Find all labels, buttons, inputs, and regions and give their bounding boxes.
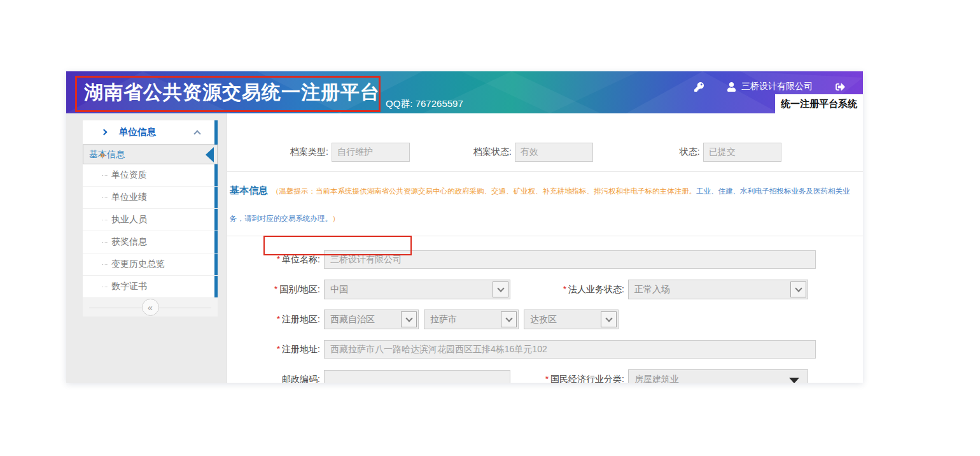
sidebar-group-unit-info[interactable]: 单位信息 xyxy=(83,120,218,145)
country-label: 国别/地区: xyxy=(279,284,320,294)
chevron-right-icon xyxy=(101,129,108,136)
selected-marker-icon xyxy=(206,147,214,162)
sidebar-item-awards[interactable]: 获奖信息 xyxy=(83,231,218,253)
tree-guide xyxy=(102,220,108,220)
reg-region-district-select[interactable]: 达孜区 xyxy=(524,310,619,329)
country-select[interactable]: 中国 xyxy=(324,280,510,299)
tree-guide xyxy=(102,287,108,287)
province-value: 西藏自治区 xyxy=(330,314,375,325)
sidebar-item-digital-certificate[interactable]: 数字证书 xyxy=(83,276,218,298)
reg-address-field[interactable] xyxy=(324,340,816,359)
chevron-down-icon xyxy=(601,311,617,327)
sidebar-item-label: 获奖信息 xyxy=(111,236,147,248)
key-icon[interactable] xyxy=(694,82,704,92)
required-asterisk: * xyxy=(545,374,549,383)
form-row-reg-address: *注册地址: xyxy=(227,334,863,364)
industry-label: 国民经济行业分类: xyxy=(550,374,624,383)
archive-status-label: 档案状态: xyxy=(473,146,512,158)
required-asterisk: * xyxy=(277,254,280,264)
postal-code-label: 邮政编码: xyxy=(282,374,320,383)
status-label: 状态: xyxy=(680,146,700,158)
header: 湖南省公共资源交易统一注册平台 QQ群: 767265597 三桥设计有限公司 … xyxy=(66,71,863,113)
qq-group-label: QQ群: 767265597 xyxy=(386,98,463,110)
sidebar-item-label: 数字证书 xyxy=(111,281,147,292)
city-value: 拉萨市 xyxy=(430,314,457,325)
form-row-unit-name: *单位名称: xyxy=(227,245,863,274)
user-company-name: 三桥设计有限公司 xyxy=(741,81,813,92)
tree-guide xyxy=(102,242,108,243)
app-window: 湖南省公共资源交易统一注册平台 QQ群: 767265597 三桥设计有限公司 … xyxy=(66,71,863,383)
chevron-up-icon xyxy=(193,130,200,137)
section-tip-close: ） xyxy=(332,215,340,222)
industry-dropdown[interactable]: 房屋建筑业 xyxy=(628,369,808,383)
unit-name-label: 单位名称: xyxy=(282,254,320,264)
required-asterisk: * xyxy=(277,314,280,324)
country-value: 中国 xyxy=(330,284,348,296)
required-asterisk: * xyxy=(274,284,277,294)
tree-guide xyxy=(102,197,108,198)
sidebar-item-label: 基本信息 xyxy=(89,149,125,160)
chevron-down-icon xyxy=(501,311,517,327)
sidebar-item-label: 单位资质 xyxy=(111,169,147,181)
sidebar-collapse-row: « xyxy=(83,298,218,317)
basic-info-section-header: 基本信息（温馨提示：当前本系统提供湖南省公共资源交易中心的政府采购、交通、矿业权… xyxy=(227,171,863,236)
form-row-postal-industry: 邮政编码: *国民经济行业分类: 房屋建筑业 xyxy=(227,364,863,383)
header-toolbar: 三桥设计有限公司 xyxy=(694,78,845,95)
sidebar-collapse-button[interactable]: « xyxy=(142,299,159,316)
industry-value: 房屋建筑业 xyxy=(634,374,679,383)
sidebar-column: 单位信息 » 基本信息 单位资质 单位业绩 xyxy=(66,113,227,383)
sidebar-item-unit-qualification[interactable]: 单位资质 xyxy=(83,164,218,187)
double-chevron-icon: » xyxy=(100,149,105,160)
legal-status-value: 正常入场 xyxy=(634,284,670,296)
platform-title: 湖南省公共资源交易统一注册平台 xyxy=(84,80,380,106)
sidebar-item-practitioners[interactable]: 执业人员 xyxy=(83,209,218,231)
required-asterisk: * xyxy=(277,344,280,354)
legal-status-label: 法人业务状态: xyxy=(568,284,624,294)
postal-code-field[interactable] xyxy=(324,370,510,383)
chevron-down-icon xyxy=(401,311,417,327)
sidebar-item-label: 单位业绩 xyxy=(111,192,147,203)
archive-status-field[interactable] xyxy=(515,143,593,162)
required-asterisk: * xyxy=(563,284,566,294)
current-user[interactable]: 三桥设计有限公司 xyxy=(727,81,813,92)
sidebar-item-label: 变更历史总览 xyxy=(111,259,165,270)
user-icon xyxy=(727,82,736,92)
reg-region-city-select[interactable]: 拉萨市 xyxy=(424,310,519,329)
form-row-reg-region: *注册地区: 西藏自治区 拉萨市 达孜区 xyxy=(227,304,863,334)
section-tip-orange: （温馨提示：当前本系统提供湖南省公共资源交易中心的政府采购、交通、矿业权、补充耕… xyxy=(272,187,696,195)
sidebar-group-label: 单位信息 xyxy=(119,126,195,138)
sidebar: 单位信息 » 基本信息 单位资质 单位业绩 xyxy=(83,120,218,317)
logout-icon[interactable] xyxy=(836,82,845,92)
form-row-country: *国别/地区: 中国 *法人业务状态: 正常入场 xyxy=(227,274,863,304)
reg-region-province-select[interactable]: 西藏自治区 xyxy=(324,310,419,329)
unit-name-field[interactable] xyxy=(324,250,816,269)
sidebar-item-change-history[interactable]: 变更历史总览 xyxy=(83,253,218,276)
archive-type-label: 档案类型: xyxy=(290,146,328,158)
sidebar-item-unit-performance[interactable]: 单位业绩 xyxy=(83,187,218,209)
sidebar-item-label: 执业人员 xyxy=(111,214,147,225)
tree-guide xyxy=(102,264,108,265)
main-content: 档案类型: 档案状态: 状态: 基本信息（温馨提示：当前本系统提供湖南省公共资源… xyxy=(227,113,863,383)
sidebar-item-basic-info[interactable]: » 基本信息 xyxy=(83,145,218,164)
tree-guide xyxy=(102,175,108,176)
triangle-down-icon xyxy=(789,378,799,383)
chevron-down-icon xyxy=(493,281,508,297)
reg-region-label: 注册地区: xyxy=(282,314,320,324)
archive-type-field[interactable] xyxy=(332,143,410,162)
legal-status-select[interactable]: 正常入场 xyxy=(628,280,808,299)
chevron-down-icon xyxy=(790,281,806,297)
tab-unified-registration-system[interactable]: 统一注册平台系统 xyxy=(775,94,863,113)
district-value: 达孜区 xyxy=(530,314,557,325)
section-title: 基本信息 xyxy=(230,185,268,196)
reg-address-label: 注册地址: xyxy=(282,344,320,354)
basic-info-form: *单位名称: *国别/地区: 中国 *法人业务状态: 正常入场 xyxy=(227,236,863,383)
status-field[interactable] xyxy=(703,143,781,162)
archive-meta-row: 档案类型: 档案状态: 状态: xyxy=(227,143,863,162)
